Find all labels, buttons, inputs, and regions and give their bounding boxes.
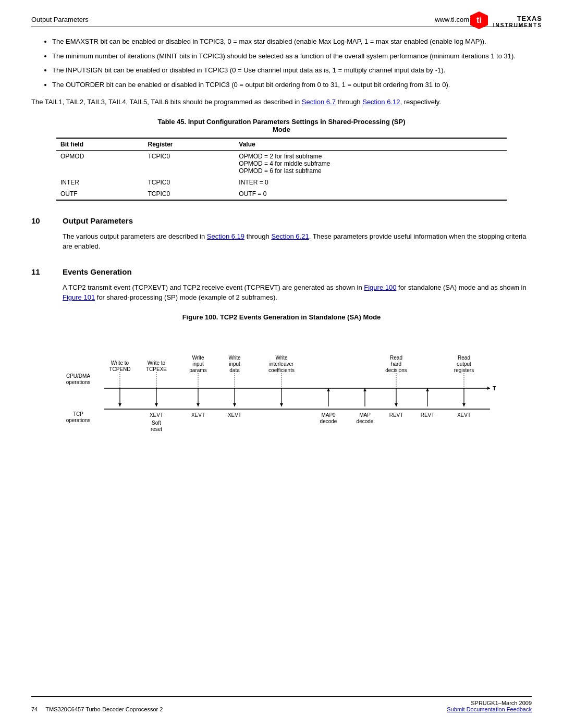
tail-link1[interactable]: Section 6.7 xyxy=(302,98,336,106)
label-hard-2: hard xyxy=(391,361,401,367)
ti-logo: ti TEXAS INSTRUMENTS xyxy=(469,10,542,32)
section10-title: Output Parameters xyxy=(63,216,133,225)
footer-code: SPRUGK1–March 2009 xyxy=(471,700,532,706)
figure100-container: Figure 100. TCP2 Events Generation in St… xyxy=(31,313,532,450)
label-map-2: decode xyxy=(357,418,374,424)
logo-texas: TEXAS xyxy=(493,15,542,22)
arrow-interleaver-head xyxy=(280,403,283,406)
section11-link1[interactable]: Figure 100 xyxy=(364,283,396,291)
arrow-revt2-head xyxy=(426,388,429,391)
label-data-2: input xyxy=(229,361,240,367)
section10-heading: 10 Output Parameters xyxy=(31,216,532,225)
label-xevt-end: XEVT xyxy=(457,412,471,418)
label-map-1: MAP xyxy=(359,412,371,418)
tail-paragraph: The TAIL1, TAIL2, TAIL3, TAIL4, TAIL5, T… xyxy=(31,97,532,107)
table-row: OUTF TCPIC0 OUTF = 0 xyxy=(56,188,507,200)
table-row: INTER TCPIC0 INTER = 0 xyxy=(56,177,507,188)
svg-text:ti: ti xyxy=(476,16,482,24)
bullet-list: The EMAXSTR bit can be enabled or disabl… xyxy=(31,36,532,90)
label-revt-2: REVT xyxy=(421,412,435,418)
label-output-3: registers xyxy=(454,367,474,373)
cell-bitfield-1: INTER xyxy=(56,177,143,188)
arrow-revt1-head xyxy=(395,403,398,406)
label-tcpexe-1: Write to xyxy=(148,360,166,366)
label-revt-1: REVT xyxy=(389,412,403,418)
cell-value-0: OPMOD = 2 for first subframe OPMOD = 4 f… xyxy=(235,150,507,177)
label-params-2: input xyxy=(192,361,204,367)
bullet-3: The INPUTSIGN bit can be enabled or disa… xyxy=(52,65,532,76)
cell-register-2: TCPIC0 xyxy=(143,188,235,200)
figure100-title: Figure 100. TCP2 Events Generation in St… xyxy=(31,313,532,321)
label-params-3: params xyxy=(189,367,206,373)
page-number: 74 xyxy=(31,706,38,712)
header-left: Output Parameters xyxy=(31,16,89,23)
bullet-1: The EMAXSTR bit can be enabled or disabl… xyxy=(52,36,532,47)
label-xevt-2: XEVT xyxy=(191,412,205,418)
cell-value-1: INTER = 0 xyxy=(235,177,507,188)
col-register: Register xyxy=(143,138,235,151)
label-data-1: Write xyxy=(228,355,241,361)
ti-logo-icon: ti xyxy=(469,10,489,30)
col-bitfield: Bit field xyxy=(56,138,143,151)
cell-register-1: TCPIC0 xyxy=(143,177,235,188)
label-tcpexe-2: TCPEXE xyxy=(146,366,167,372)
footer-feedback-link[interactable]: Submit Documentation Feedback xyxy=(447,706,532,712)
label-tcpend-1: Write to xyxy=(111,360,129,366)
label-tcpend-2: TCPEND xyxy=(109,366,130,372)
label-map0-2: decode xyxy=(320,418,337,424)
label-map0-1: MAP0 xyxy=(321,412,336,418)
col-value: Value xyxy=(235,138,507,151)
table-container: Table 45. Input Configuration Parameters… xyxy=(56,118,507,201)
section11-para: A TCP2 transmit event (TCPXEVT) and TCP2… xyxy=(63,282,532,303)
section11-num: 11 xyxy=(31,267,63,276)
section10-para: The various output parameters are descri… xyxy=(63,231,532,252)
section10-num: 10 xyxy=(31,216,63,225)
arrow-data-head xyxy=(233,403,236,406)
label-params-1: Write xyxy=(192,355,204,361)
label-output-1: Read xyxy=(458,355,470,361)
section10-link2[interactable]: Section 6.21 xyxy=(271,232,309,240)
arrow-params-head xyxy=(197,403,200,406)
label-data-3: data xyxy=(229,367,240,373)
label-output-2: output xyxy=(457,361,471,367)
tcp-label: TCP xyxy=(73,411,83,417)
timing-diagram-svg: CPU/DMA operations TCP operations T xyxy=(47,328,516,448)
cpu-dma-label: CPU/DMA xyxy=(66,373,90,379)
cell-bitfield-0: OPMOD xyxy=(56,150,143,177)
cell-register-0: TCPIC0 xyxy=(143,150,235,177)
section11-link2[interactable]: Figure 101 xyxy=(63,293,95,301)
label-hard-3: decisions xyxy=(385,367,407,373)
doc-title: TMS320C6457 Turbo-Decoder Coprocessor 2 xyxy=(45,706,163,712)
bullet-4: The OUTORDER bit can be enabled or disab… xyxy=(52,80,532,90)
arrow-tcpend-head xyxy=(118,403,121,406)
section11-title: Events Generation xyxy=(63,267,132,276)
tcp-label2: operations xyxy=(66,417,91,423)
label-xevt-1: XEVT xyxy=(150,412,163,418)
table-row: OPMOD TCPIC0 OPMOD = 2 for first subfram… xyxy=(56,150,507,177)
arrow-map-head xyxy=(363,388,366,391)
footer-right: SPRUGK1–March 2009 Submit Documentation … xyxy=(447,700,532,712)
bullet-2: The minimum number of iterations (MINIT … xyxy=(52,51,532,61)
label-interleaver-1: Write xyxy=(275,355,288,361)
label-hard-1: Read xyxy=(390,355,402,361)
arrow-tcpexe-head xyxy=(155,403,158,406)
label-interleaver-2: interleaver xyxy=(270,361,294,367)
label-soft-2: reset xyxy=(151,426,162,432)
page-container: ti TEXAS INSTRUMENTS Output Parameters w… xyxy=(0,0,563,728)
cpu-arrow xyxy=(487,387,490,390)
logo-instruments: INSTRUMENTS xyxy=(493,22,542,28)
section10-link1[interactable]: Section 6.19 xyxy=(207,232,244,240)
footer-left: 74 TMS320C6457 Turbo-Decoder Coprocessor… xyxy=(31,706,163,712)
header-right: www.ti.com xyxy=(435,16,469,23)
section11-heading: 11 Events Generation xyxy=(31,267,532,276)
page-header: Output Parameters www.ti.com xyxy=(31,16,532,27)
page-footer: 74 TMS320C6457 Turbo-Decoder Coprocessor… xyxy=(31,696,532,712)
t-label: T xyxy=(493,385,496,391)
cell-value-2: OUTF = 0 xyxy=(235,188,507,200)
data-table: Bit field Register Value OPMOD TCPIC0 OP… xyxy=(56,138,507,201)
label-soft-1: Soft xyxy=(152,420,161,426)
label-xevt-3: XEVT xyxy=(228,412,241,418)
cell-bitfield-2: OUTF xyxy=(56,188,143,200)
tail-link2[interactable]: Section 6.12 xyxy=(362,98,400,106)
label-interleaver-3: coefficients xyxy=(268,367,295,373)
